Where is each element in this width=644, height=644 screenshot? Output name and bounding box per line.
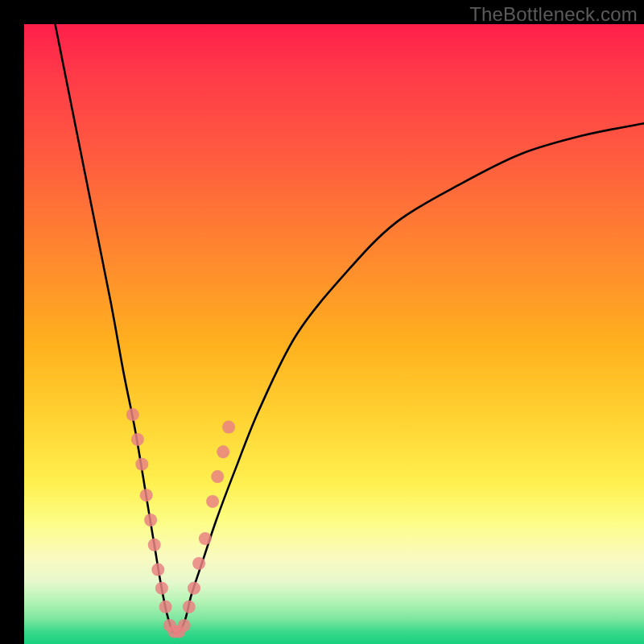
sample-point-marker [192,557,205,570]
plot-area [24,24,644,644]
sample-point-marker [183,601,196,613]
sample-point-marker [206,495,219,508]
curve-layer [24,24,644,644]
sample-point-marker [140,489,153,502]
sample-point-marker [211,470,224,483]
sample-point-marker [148,539,161,551]
sample-point-marker [178,619,191,632]
sample-point-marker [217,445,229,458]
sample-point-marker [144,514,157,526]
bottleneck-curve [56,24,645,634]
sample-point-marker [151,564,164,576]
sample-point-marker [155,582,168,595]
sample-point-marker [126,408,139,421]
sample-point-marker [222,421,235,434]
chart-frame: TheBottleneck.com [0,0,644,644]
sample-point-marker [131,433,144,446]
sample-point-marker [135,458,148,471]
sample-point-marker [188,582,200,595]
watermark-text: TheBottleneck.com [469,3,638,26]
sample-point-marker [199,532,212,545]
sample-point-marker [159,601,172,613]
